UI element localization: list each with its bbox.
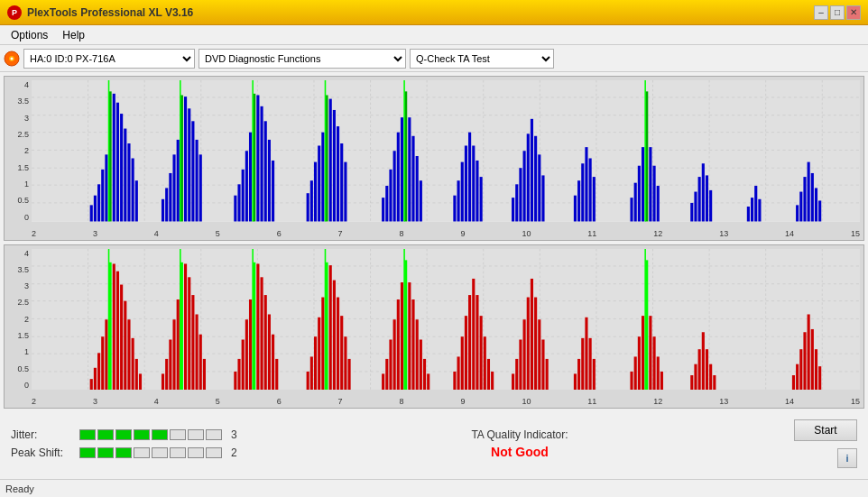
svg-rect-56 [260,106,263,222]
svg-rect-263 [713,375,716,390]
svg-rect-50 [237,184,240,221]
svg-rect-176 [177,299,180,390]
start-button[interactable]: Start [794,419,857,441]
svg-rect-88 [476,161,478,222]
svg-rect-200 [321,297,324,390]
jitter-value: 3 [231,428,237,441]
bottom-chart-inner [32,249,860,391]
maximize-button[interactable]: □ [830,5,845,20]
svg-rect-36 [132,158,134,221]
svg-rect-35 [127,143,130,221]
peak-seg-2 [97,447,114,458]
svg-rect-158 [90,379,93,390]
svg-rect-85 [465,145,467,221]
svg-rect-123 [796,205,799,221]
svg-rect-101 [581,163,584,221]
svg-rect-107 [638,166,641,222]
peak-seg-7 [188,447,204,458]
svg-rect-40 [169,173,171,222]
svg-rect-188 [249,299,252,390]
svg-rect-73 [389,170,392,222]
status-bar: Ready [0,479,868,497]
svg-rect-42 [177,140,180,222]
svg-rect-207 [348,358,351,390]
menu-help[interactable]: Help [55,27,92,43]
svg-rect-70 [344,162,346,222]
svg-rect-162 [105,319,107,390]
svg-rect-93 [523,151,526,221]
svg-rect-264 [792,375,795,390]
svg-rect-267 [803,332,806,390]
title-bar-left: P PlexTools Professional XL V3.16 [7,5,193,20]
title-bar: P PlexTools Professional XL V3.16 – □ ✕ [0,0,868,25]
svg-rect-271 [818,366,821,390]
svg-rect-179 [188,277,190,390]
svg-rect-233 [515,358,518,390]
minimize-button[interactable]: – [814,5,828,20]
svg-rect-212 [397,299,400,390]
svg-rect-268 [808,314,810,390]
test-select[interactable]: Q-Check TA Test [410,49,554,69]
svg-rect-97 [538,154,540,221]
menu-bar: Options Help [0,25,868,45]
svg-rect-64 [321,133,324,222]
info-button[interactable]: i [837,448,857,468]
svg-rect-59 [272,161,274,222]
svg-rect-243 [577,358,580,390]
svg-rect-230 [487,358,490,390]
svg-rect-169 [132,337,134,390]
svg-rect-31 [113,94,115,222]
peak-seg-8 [206,447,222,458]
svg-rect-110 [649,147,651,221]
menu-options[interactable]: Options [4,27,55,43]
top-chart-svg [32,80,860,222]
svg-rect-79 [411,136,414,222]
svg-rect-84 [461,162,464,222]
svg-rect-114 [694,192,697,222]
svg-rect-266 [799,349,802,390]
top-chart-x-axis: 2 3 4 5 6 7 8 9 10 11 12 13 14 15 [32,229,860,238]
svg-rect-222 [457,356,460,390]
svg-rect-192 [264,295,267,390]
svg-rect-33 [120,114,123,221]
svg-rect-174 [169,339,171,390]
svg-rect-256 [660,371,663,390]
svg-rect-47 [196,140,199,222]
svg-rect-239 [538,319,540,390]
svg-rect-98 [541,175,544,221]
svg-rect-68 [337,126,339,221]
svg-rect-28 [101,170,104,222]
svg-rect-186 [242,339,245,390]
svg-rect-112 [657,186,660,222]
svg-rect-183 [203,358,206,390]
svg-rect-127 [811,173,814,222]
svg-rect-67 [333,110,336,222]
svg-rect-106 [634,183,637,222]
svg-rect-261 [706,349,708,390]
ta-quality-result: Not Good [491,445,549,459]
svg-rect-255 [657,356,660,390]
bottom-right: Start i [794,419,857,468]
peak-seg-6 [170,447,186,458]
close-button[interactable]: ✕ [846,5,861,20]
peak-shift-row: Peak Shift: 2 [11,446,245,459]
svg-rect-180 [191,295,194,390]
svg-rect-3 [32,80,860,222]
svg-rect-211 [393,319,396,390]
svg-rect-66 [329,99,332,222]
svg-rect-104 [593,177,596,221]
svg-rect-159 [94,367,97,390]
top-chart: 4 3.5 3 2.5 2 1.5 1 0.5 0 [4,76,864,241]
svg-rect-241 [546,358,549,390]
drive-select[interactable]: HA:0 ID:0 PX-716A [23,49,195,69]
svg-rect-38 [162,199,164,222]
svg-rect-258 [694,364,697,390]
svg-rect-125 [803,177,806,221]
bottom-chart-y-axis: 4 3.5 3 2.5 2 1.5 1 0.5 0 [5,249,32,391]
bottom-chart-svg [32,249,860,391]
svg-rect-262 [709,364,712,390]
function-select[interactable]: DVD Diagnostic Functions [199,49,406,69]
svg-rect-115 [698,177,701,221]
svg-rect-160 [97,353,100,390]
svg-rect-220 [427,373,429,390]
